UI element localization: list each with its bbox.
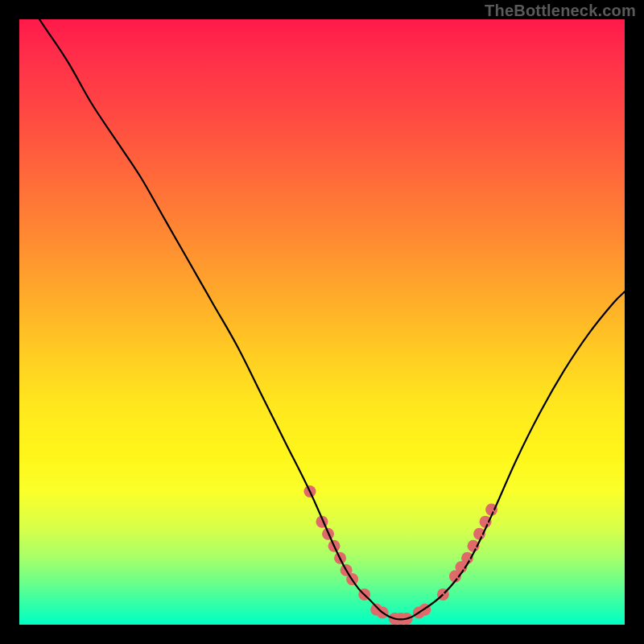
watermark-text: TheBottleneck.com xyxy=(485,2,636,20)
highlight-markers xyxy=(303,485,497,625)
chart-svg xyxy=(19,19,625,625)
